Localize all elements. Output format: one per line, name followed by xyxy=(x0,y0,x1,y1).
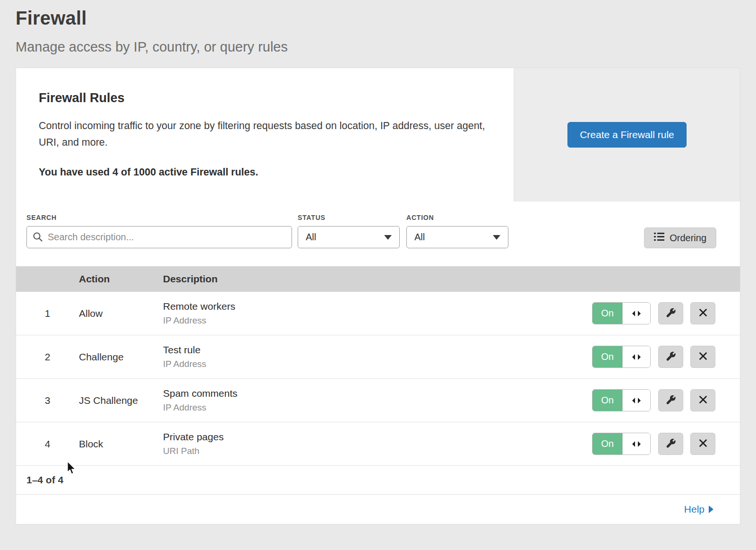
help-link[interactable]: Help xyxy=(684,504,713,515)
table-header: Action Description xyxy=(16,266,740,292)
card-action-panel: Create a Firewall rule xyxy=(514,68,740,201)
close-icon xyxy=(698,438,708,449)
rule-action: JS Challenge xyxy=(79,395,163,406)
help-link-label: Help xyxy=(684,504,704,515)
rule-number: 3 xyxy=(16,395,79,406)
header-description-column: Description xyxy=(163,273,740,285)
header-action-column: Action xyxy=(79,273,163,285)
pagination-text: 1–4 of 4 xyxy=(26,474,63,486)
rule-description-cell: Remote workers IP Address xyxy=(163,301,592,326)
rule-toggle-on-button[interactable]: On xyxy=(593,346,622,367)
firewall-rules-card: Firewall Rules Control incoming traffic … xyxy=(16,68,740,524)
left-right-arrows-icon xyxy=(632,310,641,317)
mouse-cursor xyxy=(67,462,77,478)
ordering-button-label: Ordering xyxy=(670,233,706,244)
rule-description: Private pages xyxy=(163,431,592,443)
rules-usage-text: You have used 4 of 1000 active Firewall … xyxy=(39,166,491,178)
rule-number: 4 xyxy=(16,438,79,450)
wrench-icon xyxy=(666,351,676,363)
rule-toggle-switch[interactable] xyxy=(622,303,650,324)
rule-match-field: IP Address xyxy=(163,315,592,326)
search-group: SEARCH xyxy=(26,214,292,248)
page-title: Firewall xyxy=(16,8,756,29)
rule-toggle: On xyxy=(592,346,651,368)
rule-controls: On xyxy=(592,389,740,411)
rule-match-field: IP Address xyxy=(163,359,592,369)
edit-rule-button[interactable] xyxy=(658,346,683,368)
chevron-down-icon xyxy=(493,235,500,240)
rule-description-cell: Test rule IP Address xyxy=(163,344,592,369)
rule-description: Remote workers xyxy=(163,301,592,312)
status-label: STATUS xyxy=(298,214,400,221)
rules-table-body: 1 Allow Remote workers IP Address On xyxy=(16,292,740,466)
action-label: ACTION xyxy=(406,214,508,221)
page-subtitle: Manage access by IP, country, or query r… xyxy=(16,39,756,55)
status-group: STATUS All xyxy=(298,214,400,248)
search-input[interactable] xyxy=(26,226,292,248)
rule-toggle: On xyxy=(592,389,651,411)
rule-action: Challenge xyxy=(79,351,163,363)
rule-description: Test rule xyxy=(163,344,592,356)
rule-toggle-on-button[interactable]: On xyxy=(593,303,622,324)
rule-action: Allow xyxy=(79,308,163,319)
rule-match-field: URI Path xyxy=(163,446,592,456)
help-row: Help xyxy=(16,495,740,524)
edit-rule-button[interactable] xyxy=(658,433,683,455)
chevron-down-icon xyxy=(384,235,392,240)
rule-description-cell: Spam comments IP Address xyxy=(163,388,592,413)
delete-rule-button[interactable] xyxy=(690,433,715,455)
close-icon xyxy=(698,308,708,319)
edit-rule-button[interactable] xyxy=(658,302,683,324)
rule-number: 2 xyxy=(16,351,79,363)
edit-rule-button[interactable] xyxy=(658,389,683,411)
status-select-value: All xyxy=(306,232,316,243)
action-select[interactable]: All xyxy=(406,226,508,248)
card-intro: Firewall Rules Control incoming traffic … xyxy=(16,68,514,201)
filter-bar: SEARCH STATUS All ACTION All xyxy=(16,201,740,266)
search-label: SEARCH xyxy=(26,214,292,221)
table-row: 1 Allow Remote workers IP Address On xyxy=(16,292,740,335)
card-top-section: Firewall Rules Control incoming traffic … xyxy=(16,68,740,201)
rule-toggle-on-button[interactable]: On xyxy=(593,433,622,454)
rule-match-field: IP Address xyxy=(163,402,592,413)
delete-rule-button[interactable] xyxy=(690,302,715,324)
left-right-arrows-icon xyxy=(632,353,641,361)
close-icon xyxy=(698,351,708,362)
wrench-icon xyxy=(666,394,676,406)
rule-toggle: On xyxy=(592,302,651,324)
wrench-icon xyxy=(666,438,676,450)
rule-description: Spam comments xyxy=(163,388,592,399)
rule-controls: On xyxy=(592,302,740,324)
rule-toggle-on-button[interactable]: On xyxy=(593,390,622,411)
page-header: Firewall Manage access by IP, country, o… xyxy=(0,0,756,55)
action-group: ACTION All xyxy=(406,214,508,248)
card-description: Control incoming traffic to your zone by… xyxy=(39,118,488,151)
rule-toggle: On xyxy=(592,433,651,455)
left-right-arrows-icon xyxy=(632,397,641,404)
ordered-list-icon xyxy=(654,232,664,244)
card-heading: Firewall Rules xyxy=(39,91,491,105)
action-select-value: All xyxy=(414,232,425,243)
create-firewall-rule-button[interactable]: Create a Firewall rule xyxy=(567,122,687,148)
search-icon xyxy=(33,232,43,242)
table-row: 4 Block Private pages URI Path On xyxy=(16,422,740,466)
ordering-button[interactable]: Ordering xyxy=(644,227,716,248)
rule-toggle-switch[interactable] xyxy=(622,433,650,454)
table-row: 3 JS Challenge Spam comments IP Address … xyxy=(16,379,740,422)
delete-rule-button[interactable] xyxy=(690,346,715,368)
right-triangle-icon xyxy=(709,506,713,513)
wrench-icon xyxy=(666,307,676,319)
status-select[interactable]: All xyxy=(298,226,400,248)
left-right-arrows-icon xyxy=(632,440,641,448)
rule-toggle-switch[interactable] xyxy=(622,390,650,411)
close-icon xyxy=(698,395,708,406)
rule-controls: On xyxy=(592,433,740,455)
rule-description-cell: Private pages URI Path xyxy=(163,431,592,456)
pagination-row: 1–4 of 4 xyxy=(16,466,740,495)
delete-rule-button[interactable] xyxy=(690,389,715,411)
rule-controls: On xyxy=(592,346,740,368)
rule-toggle-switch[interactable] xyxy=(622,346,650,367)
rule-action: Block xyxy=(79,438,163,450)
table-row: 2 Challenge Test rule IP Address On xyxy=(16,335,740,379)
rule-number: 1 xyxy=(16,308,79,319)
